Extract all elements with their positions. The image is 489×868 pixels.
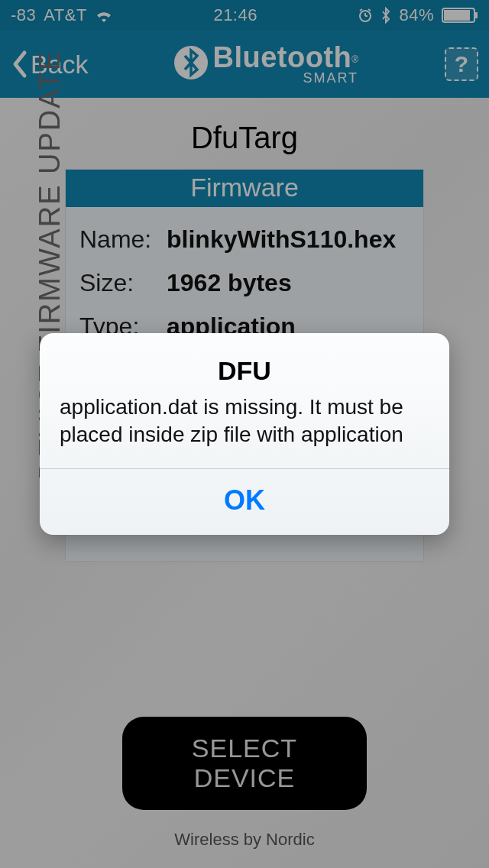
alert-message: application.dat is missing. It must be p… — [60, 394, 429, 449]
alert-ok-button[interactable]: OK — [40, 469, 449, 535]
modal-overlay: DFU application.dat is missing. It must … — [0, 0, 489, 868]
alert-dialog: DFU application.dat is missing. It must … — [40, 333, 449, 536]
alert-title: DFU — [60, 356, 429, 386]
